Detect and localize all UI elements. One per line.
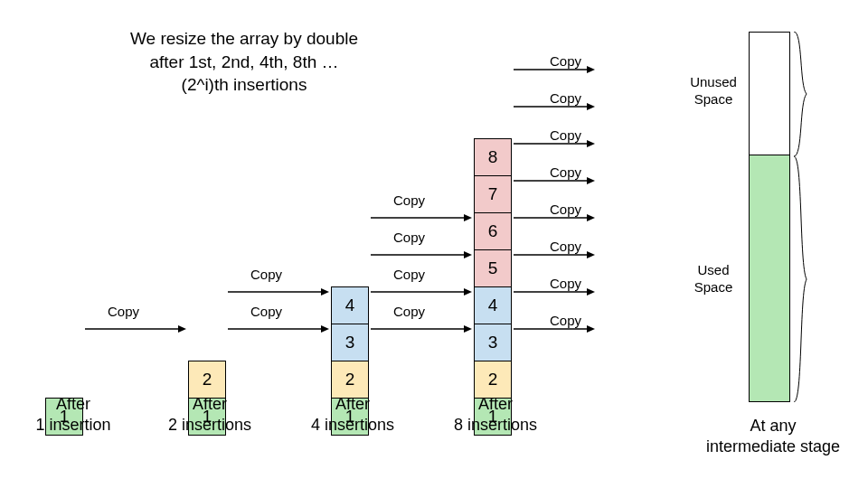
array-cell: 7: [474, 175, 512, 213]
svg-marker-5: [321, 288, 329, 296]
unused-space-label: Unused Space: [682, 74, 745, 108]
stage-caption: After2 insertions: [156, 394, 264, 436]
array-cell: 2: [331, 361, 369, 399]
svg-marker-19: [587, 251, 595, 258]
svg-marker-17: [587, 288, 595, 296]
brace-unused-icon: [792, 32, 808, 161]
array-cell: 3: [331, 324, 369, 361]
bigbox-caption: At any intermediate stage: [696, 416, 850, 458]
copy-label: Copy: [550, 276, 581, 291]
array-cell: 3: [474, 324, 512, 361]
array-cell: 5: [474, 249, 512, 287]
copy-label: Copy: [250, 304, 282, 319]
svg-marker-7: [464, 325, 472, 333]
copy-label: Copy: [393, 230, 425, 245]
copy-label: Copy: [393, 192, 425, 208]
copy-arrow-icon: [371, 249, 472, 260]
array-cell: 4: [474, 286, 512, 324]
copy-arrow-icon: [371, 286, 472, 297]
svg-marker-1: [178, 325, 186, 333]
array-cell: 6: [474, 212, 512, 250]
array-cell: 8: [474, 138, 512, 176]
copy-arrow-icon: [371, 324, 472, 334]
svg-marker-15: [587, 325, 595, 333]
svg-marker-3: [321, 325, 329, 333]
copy-label: Copy: [550, 239, 581, 254]
array-cell: 2: [188, 361, 226, 399]
copy-arrow-icon: [85, 324, 186, 334]
copy-label: Copy: [250, 267, 282, 282]
stage-caption: After1 insertion: [19, 394, 127, 436]
capacity-box: [749, 32, 790, 402]
array-cells: 12345678: [474, 139, 512, 436]
intro-line: We resize the array by double: [130, 29, 358, 48]
copy-arrow-icon: [371, 212, 472, 223]
copy-label: Copy: [550, 202, 581, 217]
intro-line: (2^i)th insertions: [182, 75, 307, 94]
stage-caption: After8 insertions: [441, 394, 550, 436]
svg-marker-29: [587, 66, 595, 73]
svg-marker-27: [587, 103, 595, 110]
copy-arrow-icon: [228, 286, 329, 297]
svg-marker-25: [587, 140, 595, 147]
array-cell: 4: [331, 286, 369, 324]
brace-used-icon: [792, 156, 808, 407]
svg-marker-11: [464, 251, 472, 258]
used-space-fill: [750, 155, 789, 401]
array-cell: 2: [474, 361, 512, 399]
svg-marker-9: [464, 288, 472, 296]
svg-marker-23: [587, 177, 595, 184]
intro-line: after 1st, 2nd, 4th, 8th …: [149, 52, 338, 71]
copy-label: Copy: [550, 127, 581, 143]
svg-marker-21: [587, 214, 595, 221]
stage-caption: After4 insertions: [298, 394, 407, 436]
intro-text: We resize the array by double after 1st,…: [90, 27, 398, 97]
used-space-label: Used Space: [682, 262, 745, 296]
array-stage-s8: 12345678: [474, 139, 512, 436]
copy-label: Copy: [393, 304, 425, 319]
copy-arrow-icon: [228, 324, 329, 334]
copy-label: Copy: [550, 90, 581, 106]
copy-label: Copy: [550, 313, 581, 328]
copy-label: Copy: [550, 164, 581, 180]
copy-label: Copy: [550, 53, 581, 69]
copy-label: Copy: [108, 304, 139, 319]
copy-label: Copy: [393, 267, 425, 282]
svg-marker-13: [464, 214, 472, 221]
